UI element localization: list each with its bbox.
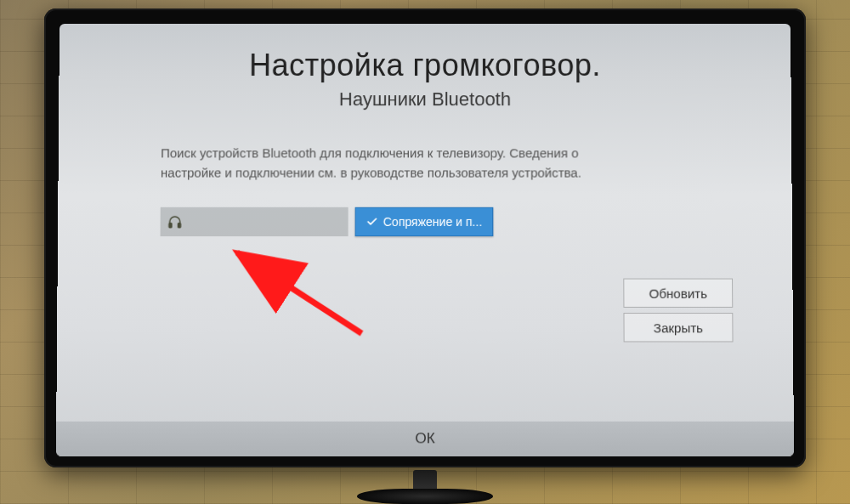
page-subtitle: Наушники Bluetooth [101, 88, 748, 110]
pair-button-label: Сопряжение и п... [383, 214, 483, 228]
svg-rect-0 [169, 223, 172, 227]
header: Настройка громкоговор. Наушники Bluetoot… [101, 48, 748, 110]
svg-rect-1 [178, 223, 180, 227]
headphones-icon [167, 213, 183, 229]
ok-bar: ОК [56, 422, 794, 456]
ok-button[interactable]: ОК [389, 425, 461, 453]
close-button[interactable]: Закрыть [623, 313, 733, 342]
tv-stand [357, 470, 493, 504]
description-text: Поиск устройств Bluetooth для подключени… [161, 143, 638, 183]
check-icon [366, 215, 378, 227]
annotation-arrow-icon [224, 244, 378, 347]
refresh-button[interactable]: Обновить [623, 279, 733, 308]
tv-frame: Настройка громкоговор. Наушники Bluetoot… [44, 8, 806, 467]
page-title: Настройка громкоговор. [102, 48, 749, 83]
side-buttons: Обновить Закрыть [623, 279, 733, 343]
tv-screen: Настройка громкоговор. Наушники Bluetoot… [56, 24, 794, 456]
pair-button[interactable]: Сопряжение и п... [355, 207, 494, 235]
device-item[interactable] [161, 207, 348, 235]
device-list-row: Сопряжение и п... [161, 207, 750, 235]
svg-line-3 [237, 252, 362, 333]
